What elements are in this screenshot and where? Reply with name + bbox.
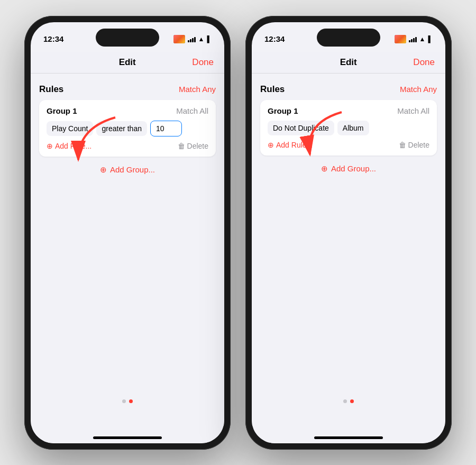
delete-label-right: Delete xyxy=(408,141,429,149)
dynamic-island-right xyxy=(317,29,380,47)
done-button-right[interactable]: Done xyxy=(413,57,435,68)
add-rule-left[interactable]: ⊕ Add Rule... xyxy=(47,142,91,150)
match-any-right[interactable]: Match Any xyxy=(400,85,437,94)
add-rule-label-left: Add Rule... xyxy=(55,142,91,150)
cellular-left xyxy=(188,36,196,42)
dot-1-right xyxy=(343,399,347,403)
rules-label-right: Rules xyxy=(260,84,285,95)
group-footer-left: ⊕ Add Rule... 🗑 Delete xyxy=(47,142,208,150)
phone-wrapper: 12:34 ▲ ▌ xyxy=(24,16,452,450)
status-time-left: 12:34 xyxy=(43,34,63,43)
bar1-left xyxy=(188,40,189,42)
nav-bar-left: Edit Done xyxy=(31,52,224,74)
phone-left: 12:34 ▲ ▌ xyxy=(24,16,231,450)
wifi-right: ▲ xyxy=(419,35,426,43)
bar4-left xyxy=(194,37,196,42)
nav-title-left: Edit xyxy=(119,57,136,68)
phone-left-screen: 12:34 ▲ ▌ xyxy=(31,22,224,443)
group-header-left: Group 1 Match All xyxy=(47,106,208,115)
plus-icon-right: ⊕ xyxy=(268,141,274,149)
content-area-right: Rules Match Any Group 1 Match All Do Not… xyxy=(252,74,445,443)
status-icons-right: ▲ ▌ xyxy=(395,35,433,43)
battery-left: ▌ xyxy=(207,35,212,43)
delete-label-left: Delete xyxy=(187,142,208,150)
rules-label-left: Rules xyxy=(39,84,63,95)
group-title-left: Group 1 xyxy=(47,106,77,115)
thumb-img-right xyxy=(395,35,406,43)
trash-icon-left: 🗑 xyxy=(178,142,185,150)
bar1-right xyxy=(409,40,410,42)
add-group-plus-right: ⊕ xyxy=(321,164,328,174)
phone-right: 12:34 ▲ ▌ xyxy=(245,16,452,450)
rule-pill2-right[interactable]: Album xyxy=(337,121,369,135)
match-all-right[interactable]: Match All xyxy=(397,106,429,115)
cellular-right xyxy=(409,36,417,42)
screen-left: Rules Match Any Group 1 Match All Play C… xyxy=(31,74,224,443)
wifi-left: ▲ xyxy=(198,35,205,43)
add-group-plus-left: ⊕ xyxy=(100,165,107,175)
match-any-left[interactable]: Match Any xyxy=(179,85,216,94)
signal-bars-right xyxy=(409,36,417,42)
add-rule-right[interactable]: ⊕ Add Rule... xyxy=(268,141,313,149)
status-thumb-right xyxy=(395,35,406,43)
page-indicator-left xyxy=(31,391,224,412)
dot-2-right xyxy=(350,399,354,403)
rule-pill2-left[interactable]: greater than xyxy=(96,121,147,136)
add-group-left[interactable]: ⊕ Add Group... xyxy=(39,165,216,175)
delete-btn-right[interactable]: 🗑 Delete xyxy=(399,141,429,149)
rule-input-left[interactable] xyxy=(150,121,182,136)
group-header-right: Group 1 Match All xyxy=(268,106,429,115)
dot-2-left xyxy=(129,399,133,403)
group-card-right: Group 1 Match All Do Not Duplicate Album… xyxy=(260,100,437,156)
content-area-left: Rules Match Any Group 1 Match All Play C… xyxy=(31,74,224,443)
nav-bar-right: Edit Done xyxy=(252,52,445,74)
bar4-right xyxy=(415,37,417,42)
done-button-left[interactable]: Done xyxy=(192,57,214,68)
bar3-right xyxy=(413,38,415,42)
status-icons-left: ▲ ▌ xyxy=(173,35,212,43)
home-indicator-left xyxy=(93,436,162,439)
status-time-right: 12:34 xyxy=(264,34,285,43)
plus-icon-left: ⊕ xyxy=(47,142,53,150)
thumb-img-left xyxy=(173,35,185,43)
trash-icon-right: 🗑 xyxy=(399,141,406,149)
rules-header-left: Rules Match Any xyxy=(39,84,216,95)
add-rule-label-right: Add Rule... xyxy=(276,141,313,149)
rule-pill1-right[interactable]: Do Not Duplicate xyxy=(268,121,334,135)
rule-row-left: Play Count greater than xyxy=(47,121,208,136)
bar2-right xyxy=(411,39,413,42)
dynamic-island-left xyxy=(96,29,159,47)
rule-pill1-left[interactable]: Play Count xyxy=(47,121,93,136)
page-indicator-right xyxy=(252,391,445,412)
screen-right: Rules Match Any Group 1 Match All Do Not… xyxy=(252,74,445,443)
delete-btn-left[interactable]: 🗑 Delete xyxy=(178,142,208,150)
match-all-left[interactable]: Match All xyxy=(176,106,208,115)
group-card-left: Group 1 Match All Play Count greater tha… xyxy=(39,100,216,157)
group-title-right: Group 1 xyxy=(268,106,298,115)
add-group-label-left: Add Group... xyxy=(110,165,155,174)
rule-row-right: Do Not Duplicate Album xyxy=(268,121,429,135)
dot-1-left xyxy=(122,399,126,403)
bar3-left xyxy=(192,38,194,42)
phone-right-screen: 12:34 ▲ ▌ xyxy=(252,22,445,443)
status-thumb-left xyxy=(173,35,185,43)
add-group-right[interactable]: ⊕ Add Group... xyxy=(260,164,437,174)
battery-right: ▌ xyxy=(428,35,433,43)
add-group-label-right: Add Group... xyxy=(331,164,376,173)
signal-bars-left xyxy=(188,36,196,42)
home-indicator-right xyxy=(314,436,383,439)
bar2-left xyxy=(190,39,191,42)
rules-header-right: Rules Match Any xyxy=(260,84,437,95)
group-footer-right: ⊕ Add Rule... 🗑 Delete xyxy=(268,141,429,149)
nav-title-right: Edit xyxy=(340,57,357,68)
